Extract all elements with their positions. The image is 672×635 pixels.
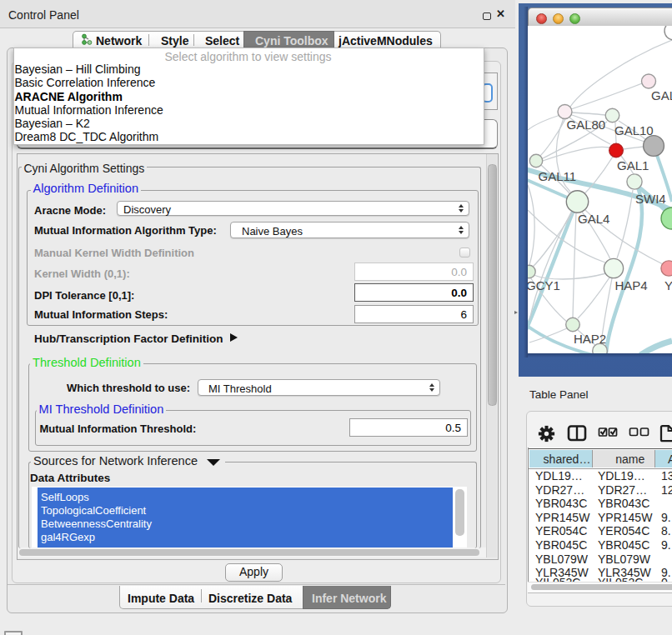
svg-text:GAL4: GAL4 — [578, 212, 609, 226]
svg-text:HAP4: HAP4 — [615, 278, 648, 292]
svg-text:GCY1: GCY1 — [528, 278, 560, 292]
svg-text:GAL11: GAL11 — [539, 169, 577, 183]
svg-text:GAL80: GAL80 — [567, 118, 606, 132]
svg-text:GAL1: GAL1 — [617, 158, 649, 172]
svg-text:HAP2: HAP2 — [574, 332, 606, 346]
svg-text:SWI4: SWI4 — [635, 192, 666, 206]
svg-text:GAL10: GAL10 — [614, 123, 654, 138]
svg-text:Y: Y — [664, 278, 672, 292]
svg-text:GAL7: GAL7 — [651, 88, 672, 102]
